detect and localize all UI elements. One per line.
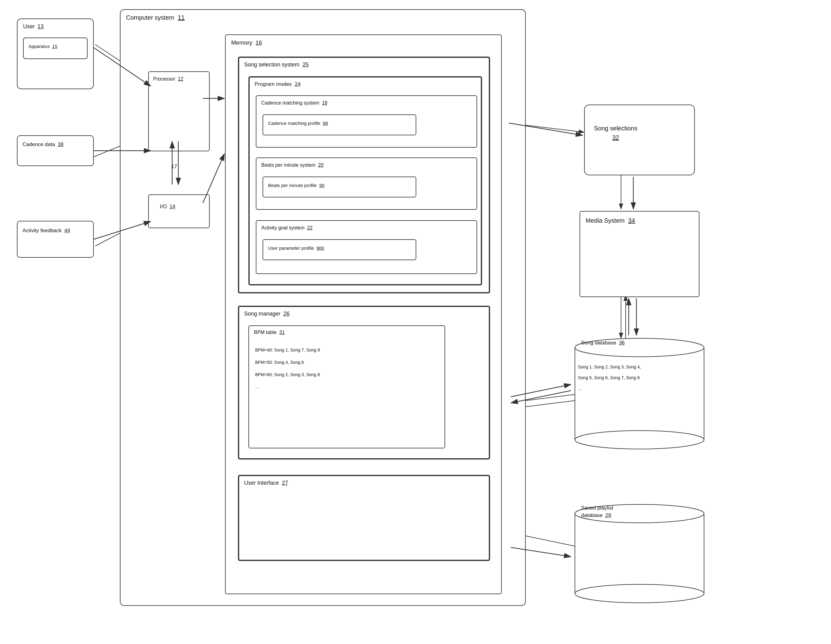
song-database-label: Song database 36 <box>581 340 625 346</box>
song-database-cylinder: Song database 36 Song 1, Song 2, Song 3,… <box>572 335 707 452</box>
user-interface-box: User Interface 27 <box>238 475 490 561</box>
song-selections-bubble: Song selections 32 <box>584 105 695 175</box>
bpm-profile-box: Beats per minute profile 90 <box>263 177 416 198</box>
user-label: User 13 <box>23 23 44 30</box>
io-ref-label: 17 <box>171 164 177 170</box>
bpm-system-box: Beats per minute system 20 Beats per min… <box>256 158 477 210</box>
cadence-data-box: Cadence data 38 <box>17 135 94 166</box>
song-selection-system-label: Song selection system 25 <box>244 62 309 68</box>
song-selections-label: Song selections 32 <box>594 124 637 142</box>
song-manager-box: Song manager 26 BPM table 31 BPM=40: Son… <box>238 306 490 459</box>
song-database-content: Song 1, Song 2, Song 3, Song 4, <box>578 365 641 369</box>
bpm-system-label: Beats per minute system 20 <box>261 163 323 168</box>
saved-playlist-label: Saved playlist database 29 <box>581 504 613 519</box>
svg-point-18 <box>575 430 704 449</box>
cadence-matching-profile-box: Cadence matching profile 88 <box>263 115 416 135</box>
memory-label: Memory 16 <box>231 39 262 46</box>
song-manager-label: Song manager 26 <box>244 311 290 317</box>
song-database-content3: … <box>578 386 582 391</box>
song-selection-system-box: Song selection system 25 Program modes 2… <box>238 57 490 293</box>
svg-rect-19 <box>575 513 704 593</box>
io-label: I/O 14 <box>160 204 175 210</box>
cadence-matching-profile-label: Cadence matching profile 88 <box>268 121 328 126</box>
user-box: User 13 Apparatus 15 <box>17 18 94 89</box>
bpm-table-label: BPM table 31 <box>254 330 285 335</box>
user-interface-label: User Interface 27 <box>244 480 288 486</box>
svg-rect-16 <box>575 348 704 440</box>
song-database-content2: Song 5, Song 6, Song 7, Song 8 <box>578 375 640 380</box>
computer-system-label: Computer system 11 <box>126 14 185 21</box>
processor-box: Processor 12 <box>148 71 210 151</box>
activity-feedback-label: Activity feedback 44 <box>22 227 70 234</box>
user-parameter-profile-box: User parameter profile 900 <box>263 239 416 260</box>
program-modes-label: Program modes 24 <box>255 81 301 87</box>
program-modes-box: Program modes 24 Cadence matching system… <box>248 76 482 285</box>
computer-system-box: Computer system 11 Processor 12 17 I/O 1… <box>120 9 526 606</box>
bpm-content-3: BPM=60: Song 2, Song 3, Song 8 <box>255 372 320 377</box>
svg-point-21 <box>575 584 704 603</box>
song-database-svg <box>572 335 707 452</box>
io-box: I/O 14 <box>148 194 210 228</box>
bpm-table-box: BPM table 31 BPM=40: Song 1, Song 7, Son… <box>248 325 445 448</box>
cadence-data-label: Cadence data 38 <box>22 142 64 148</box>
bpm-content-4: … <box>255 384 259 389</box>
saved-playlist-cylinder: Saved playlist database 29 <box>572 501 707 606</box>
bpm-content-2: BPM=50: Song 4, Song 6 <box>255 360 304 365</box>
activity-feedback-box: Activity feedback 44 <box>17 221 94 258</box>
bpm-content-1: BPM=40: Song 1, Song 7, Song 9 <box>255 348 320 352</box>
memory-box: Memory 16 Song selection system 25 Progr… <box>225 34 502 594</box>
activity-goal-system-box: Activity goal system 22 User parameter p… <box>256 220 477 274</box>
cadence-matching-system-label: Cadence matching system 18 <box>261 100 328 106</box>
bpm-profile-label: Beats per minute profile 90 <box>268 183 324 188</box>
apparatus-box: Apparatus 15 <box>23 38 88 59</box>
user-parameter-profile-label: User parameter profile 900 <box>268 245 324 251</box>
media-system-label: Media System 34 <box>586 217 635 224</box>
cadence-matching-system-box: Cadence matching system 18 Cadence match… <box>256 95 477 148</box>
media-system-box: Media System 34 <box>579 211 699 297</box>
activity-goal-system-label: Activity goal system 22 <box>261 225 313 231</box>
processor-label: Processor 12 <box>153 76 183 82</box>
apparatus-label: Apparatus 15 <box>29 44 57 49</box>
